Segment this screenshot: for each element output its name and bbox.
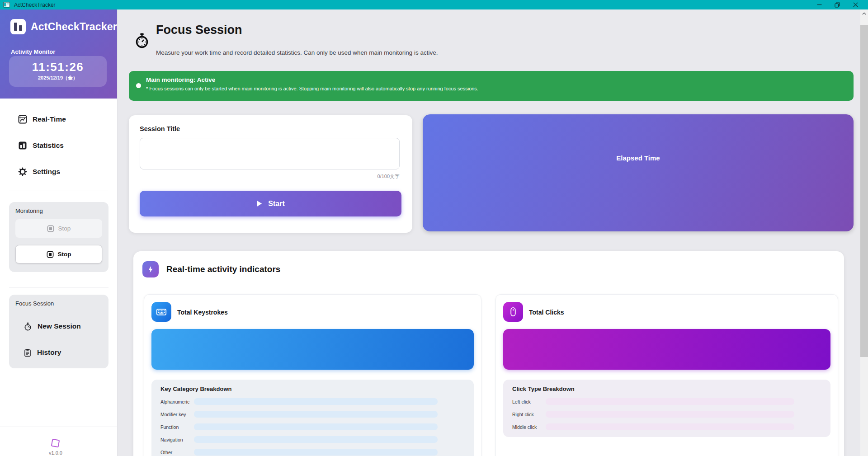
category-bar — [194, 436, 438, 443]
keyboard-glyph — [156, 306, 167, 318]
category-label: Navigation — [160, 437, 189, 442]
session-form-card: Session Title 0/100文字 Start — [129, 115, 412, 233]
clicks-title: Total Clicks — [529, 309, 564, 316]
chevron-up-icon — [862, 12, 866, 15]
minimize-button[interactable] — [810, 0, 828, 9]
category-bar — [194, 423, 438, 430]
keyboard-icon — [151, 302, 171, 322]
breakdown-row: Right click — [512, 411, 821, 418]
sidebar-item-new-session[interactable]: New Session — [24, 318, 81, 334]
sidebar-item-label: History — [37, 348, 61, 357]
stopwatch-icon — [135, 33, 149, 48]
category-label: Function — [160, 424, 189, 430]
page-subtitle: Measure your work time and record detail… — [156, 49, 438, 56]
elapsed-time-card: Elapsed Time — [423, 114, 854, 231]
focus-group-title: Focus Session — [15, 300, 54, 307]
monitoring-status-banner: Main monitoring: Active * Focus sessions… — [129, 71, 854, 101]
app-subtitle: Activity Monitor — [11, 48, 55, 55]
stop-monitoring-button[interactable]: Stop — [15, 245, 102, 263]
breakdown-row: Navigation — [160, 436, 465, 443]
category-label: Modifier key — [160, 412, 189, 417]
session-title-label: Session Title — [140, 125, 180, 132]
divider — [9, 191, 108, 191]
click-type-breakdown: Click Type Breakdown Left click Right cl… — [503, 380, 830, 437]
category-label: Right click — [512, 412, 541, 417]
divider — [0, 427, 118, 427]
window-title: ActCheckTracker — [14, 2, 56, 8]
clipboard-icon — [24, 348, 31, 357]
sidebar-item-statistics[interactable]: Statistics — [0, 137, 118, 154]
stop-monitoring-button-disabled[interactable]: Stop — [15, 219, 102, 238]
vertical-scrollbar — [860, 9, 868, 456]
stop-icon — [47, 225, 54, 232]
lightning-icon — [142, 261, 159, 277]
session-title-input[interactable] — [140, 138, 400, 169]
category-bar — [546, 423, 794, 430]
category-label: Left click — [512, 399, 541, 404]
breakdown-row: Left click — [512, 398, 821, 405]
category-bar — [546, 398, 794, 405]
bolt-glyph — [146, 265, 155, 273]
titlebar: ActCheckTracker — [0, 0, 868, 9]
elapsed-time-label: Elapsed Time — [423, 154, 854, 162]
monitoring-group-title: Monitoring — [15, 207, 43, 214]
start-session-button[interactable]: Start — [140, 191, 401, 216]
mouse-glyph — [507, 306, 519, 318]
category-bar — [194, 449, 438, 456]
sidebar-item-real-time[interactable]: Real-Time — [0, 111, 118, 127]
play-icon — [256, 200, 262, 207]
scrollbar-thumb[interactable] — [860, 25, 868, 357]
sidebar-nav: Real-Time Statistics — [0, 111, 118, 190]
sidebar-item-label: New Session — [38, 322, 81, 330]
category-label: Other — [160, 450, 189, 455]
indicators-title: Real-time activity indicators — [166, 264, 280, 274]
gear-icon — [18, 167, 27, 176]
divider — [9, 287, 108, 287]
breakdown-title: Key Category Breakdown — [160, 385, 465, 392]
page-title: Focus Session — [156, 23, 242, 37]
app-name: ActCheckTracker — [31, 21, 117, 33]
app-window: ActCheckTracker — [0, 0, 868, 456]
clicks-card: Total Clicks Click Type Breakdown Left c… — [495, 294, 838, 456]
breakdown-row: Alphanumeric — [160, 398, 465, 405]
keystrokes-count-display — [151, 329, 474, 370]
sidebar: ActCheckTracker Activity Monitor 11:51:2… — [0, 9, 118, 456]
sidebar-item-label: Statistics — [33, 141, 64, 150]
banner-title: Main monitoring: Active — [146, 76, 215, 83]
app-icon — [3, 2, 10, 8]
sidebar-item-history[interactable]: History — [24, 344, 61, 361]
stop-icon — [47, 251, 54, 258]
category-bar — [194, 411, 438, 418]
sidebar-item-settings[interactable]: Settings — [0, 164, 118, 180]
sidebar-hero: ActCheckTracker Activity Monitor 11:51:2… — [0, 9, 118, 99]
version-label: v1.0.0 — [0, 450, 111, 456]
clicks-count-display — [503, 329, 830, 370]
clock-date: 2025/12/19（金） — [9, 75, 107, 81]
keystrokes-title: Total Keystrokes — [177, 309, 228, 316]
breakdown-row: Modifier key — [160, 411, 465, 418]
close-button[interactable] — [846, 0, 864, 9]
category-label: Alphanumeric — [160, 399, 189, 404]
status-dot — [136, 83, 141, 88]
logo-row: ActCheckTracker — [10, 19, 117, 35]
window-controls — [810, 0, 864, 9]
restore-icon — [835, 2, 840, 8]
sidebar-item-label: Settings — [33, 168, 60, 176]
key-category-breakdown: Key Category Breakdown Alphanumeric Modi… — [151, 380, 474, 456]
category-bar — [194, 398, 438, 405]
banner-note: * Focus sessions can only be started whe… — [146, 86, 478, 91]
breakdown-row: Function — [160, 423, 465, 430]
close-icon — [853, 2, 858, 7]
restore-button[interactable] — [828, 0, 846, 9]
statistics-icon — [18, 141, 27, 150]
breakdown-row: Other — [160, 449, 465, 456]
minimize-icon — [817, 2, 822, 7]
stop-button-label: Stop — [58, 251, 71, 258]
category-bar — [546, 411, 794, 418]
stopwatch-icon — [24, 322, 32, 331]
start-button-label: Start — [268, 200, 284, 208]
mouse-icon — [503, 302, 523, 322]
clock-time: 11:51:26 — [9, 60, 107, 74]
realtime-chart-icon — [18, 115, 27, 124]
scrollbar-up-button[interactable] — [860, 9, 868, 17]
